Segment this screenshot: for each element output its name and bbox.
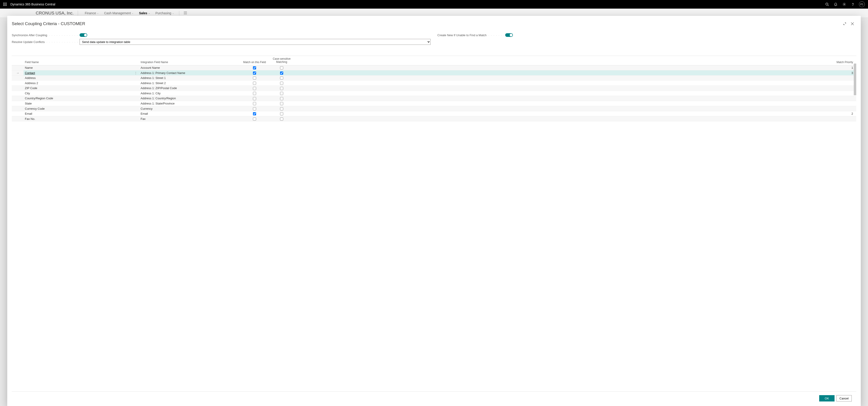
cell-integration-field[interactable]: Address 1: Primary Contact Name [139, 70, 241, 76]
avatar[interactable]: P1 [859, 1, 865, 7]
match-checkbox[interactable] [253, 97, 256, 100]
match-checkbox[interactable] [253, 82, 256, 85]
search-icon[interactable] [823, 0, 831, 8]
case-sensitive-checkbox[interactable] [280, 82, 283, 85]
create-new-toggle[interactable] [505, 33, 513, 37]
cell-integration-field[interactable]: Address 1: Country/Region [139, 96, 241, 101]
cell-field-name[interactable]: Country/Region Code [24, 96, 125, 101]
cell-priority[interactable]: 3 [295, 70, 856, 76]
table-row[interactable]: Currency CodeCurrency [12, 106, 856, 111]
row-action-icon[interactable] [132, 116, 139, 121]
match-checkbox[interactable] [253, 87, 256, 90]
cell-integration-field[interactable]: Account Name [139, 65, 241, 70]
case-sensitive-checkbox[interactable] [280, 92, 283, 95]
match-checkbox[interactable] [253, 112, 256, 115]
cell-priority[interactable]: 1 [295, 65, 856, 70]
cell-priority[interactable] [295, 75, 856, 81]
match-checkbox[interactable] [253, 66, 256, 69]
case-sensitive-checkbox[interactable] [280, 107, 283, 110]
ok-button[interactable]: OK [819, 395, 835, 402]
app-launcher-icon[interactable] [1, 1, 8, 8]
row-action-icon[interactable] [132, 91, 139, 96]
table-row[interactable]: →Contact⋮Address 1: Primary Contact Name… [12, 70, 856, 76]
row-action-icon[interactable] [132, 101, 139, 106]
case-sensitive-checkbox[interactable] [280, 66, 283, 69]
case-sensitive-checkbox[interactable] [280, 117, 283, 121]
row-action-icon[interactable] [132, 81, 139, 86]
case-sensitive-checkbox[interactable] [280, 97, 283, 100]
cell-field-name[interactable]: Fax No. [24, 116, 125, 121]
col-integration-field[interactable]: Integration Field Name [139, 56, 241, 65]
table-row[interactable]: StateAddress 1: State/Province [12, 101, 856, 106]
row-action-icon[interactable] [132, 106, 139, 111]
row-action-icon[interactable] [132, 96, 139, 101]
table-row[interactable]: AddressAddress 1: Street 1 [12, 75, 856, 81]
cell-priority[interactable] [295, 106, 856, 111]
table-scrollbar[interactable] [854, 63, 856, 95]
notification-icon[interactable] [831, 0, 840, 8]
resolve-conflicts-select[interactable]: Send data update to integration table [80, 39, 431, 45]
cell-field-name[interactable]: Currency Code [24, 106, 125, 111]
cell-priority[interactable] [295, 91, 856, 96]
settings-icon[interactable] [840, 0, 848, 8]
cell-priority[interactable] [295, 86, 856, 91]
cell-priority[interactable] [295, 116, 856, 121]
cell-field-name[interactable]: Contact [24, 70, 125, 76]
col-priority[interactable]: Match Priority [295, 56, 856, 65]
row-action-icon[interactable] [132, 75, 139, 81]
match-checkbox[interactable] [253, 71, 256, 75]
case-sensitive-checkbox[interactable] [280, 87, 283, 90]
company-name[interactable]: CRONUS USA, Inc. [36, 11, 78, 16]
row-action-icon[interactable]: ⋮ [132, 70, 139, 76]
row-action-icon[interactable] [132, 65, 139, 70]
row-action-icon[interactable] [132, 111, 139, 116]
table-row[interactable]: Address 2Address 1: Street 2 [12, 81, 856, 86]
cell-integration-field[interactable]: Address 1: City [139, 91, 241, 96]
cell-field-name[interactable]: Name [24, 65, 125, 70]
table-row[interactable]: CityAddress 1: City [12, 91, 856, 96]
col-match[interactable]: Match on this Field [241, 56, 268, 65]
case-sensitive-checkbox[interactable] [280, 77, 283, 80]
cell-integration-field[interactable]: Email [139, 111, 241, 116]
col-case[interactable]: Case-sensitive Matching [268, 56, 295, 65]
cell-field-name[interactable]: City [24, 91, 125, 96]
match-checkbox[interactable] [253, 107, 256, 110]
match-checkbox[interactable] [253, 117, 256, 121]
cell-field-name[interactable]: State [24, 101, 125, 106]
cell-field-name[interactable]: Email [24, 111, 125, 116]
cell-priority[interactable] [295, 101, 856, 106]
cell-integration-field[interactable]: Address 1: Street 2 [139, 81, 241, 86]
cell-priority[interactable] [295, 96, 856, 101]
help-icon[interactable] [848, 0, 857, 8]
table-row[interactable]: NameAccount Name1 [12, 65, 856, 70]
cancel-button[interactable]: Cancel [836, 395, 852, 402]
sync-after-coupling-toggle[interactable] [80, 33, 87, 37]
nav-item-sales[interactable]: Sales⌄ [136, 11, 153, 15]
case-sensitive-checkbox[interactable] [280, 102, 283, 105]
case-sensitive-checkbox[interactable] [280, 71, 283, 75]
table-row[interactable]: Fax No.Fax [12, 116, 856, 121]
cell-integration-field[interactable]: Currency [139, 106, 241, 111]
cell-integration-field[interactable]: Address 1: Street 1 [139, 75, 241, 81]
table-row[interactable]: EmailEmail2 [12, 111, 856, 116]
cell-priority[interactable]: 2 [295, 111, 856, 116]
match-checkbox[interactable] [253, 77, 256, 80]
match-checkbox[interactable] [253, 102, 256, 105]
table-row[interactable]: Country/Region CodeAddress 1: Country/Re… [12, 96, 856, 101]
table-row[interactable]: ZIP CodeAddress 1: ZIP/Postal Code [12, 86, 856, 91]
close-icon[interactable] [848, 20, 856, 28]
cell-integration-field[interactable]: Address 1: ZIP/Postal Code [139, 86, 241, 91]
nav-item-cash-management[interactable]: Cash Management⌄ [101, 11, 136, 15]
cell-priority[interactable] [295, 81, 856, 86]
nav-item-finance[interactable]: Finance⌄ [82, 11, 101, 15]
cell-field-name[interactable]: Address 2 [24, 81, 125, 86]
cell-field-name[interactable]: Address [24, 75, 125, 81]
nav-item-purchasing[interactable]: Purchasing⌄ [153, 11, 177, 15]
match-checkbox[interactable] [253, 92, 256, 95]
case-sensitive-checkbox[interactable] [280, 112, 283, 115]
row-action-icon[interactable] [132, 86, 139, 91]
col-field-name[interactable]: Field Name [24, 56, 125, 65]
cell-field-name[interactable]: ZIP Code [24, 86, 125, 91]
cell-integration-field[interactable]: Address 1: State/Province [139, 101, 241, 106]
more-nav-icon[interactable] [182, 11, 189, 15]
